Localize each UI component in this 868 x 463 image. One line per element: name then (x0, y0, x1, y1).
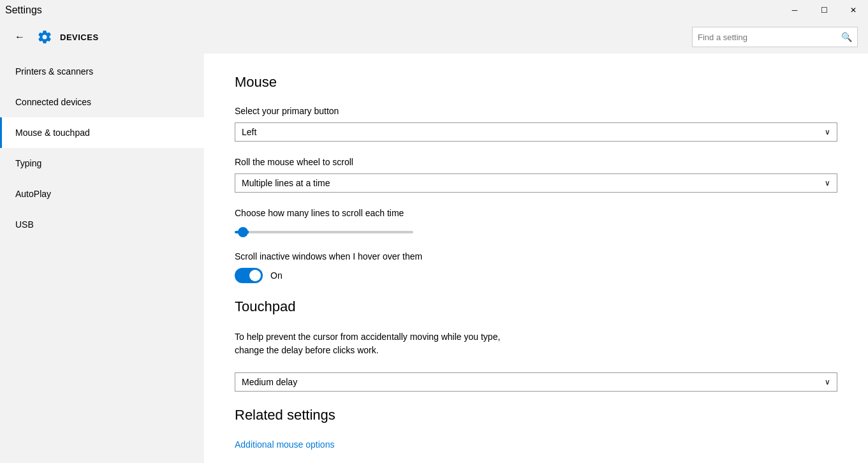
related-settings-title: Related settings (235, 407, 837, 423)
title-bar-left: Settings (5, 4, 42, 16)
scroll-wheel-value: Multiple lines at a time (242, 178, 330, 188)
primary-button-chevron-icon: ∨ (825, 128, 830, 136)
search-input[interactable] (698, 33, 841, 42)
touchpad-section-title: Touchpad (235, 298, 837, 315)
touchpad-delay-section: Medium delay ∨ (235, 372, 837, 392)
touchpad-delay-chevron-icon: ∨ (825, 378, 830, 386)
lines-to-scroll-label: Choose how many lines to scroll each tim… (235, 208, 837, 218)
sidebar-item-connected[interactable]: Connected devices (0, 87, 204, 117)
lines-to-scroll-slider[interactable] (235, 231, 413, 233)
sidebar-item-mouse[interactable]: Mouse & touchpad (0, 117, 204, 148)
scroll-wheel-dropdown[interactable]: Multiple lines at a time ∨ (235, 173, 837, 193)
app-title: DEVICES (60, 33, 99, 42)
back-button[interactable]: ← (10, 27, 29, 47)
title-bar-title: Settings (5, 4, 42, 16)
scroll-wheel-section: Roll the mouse wheel to scroll Multiple … (235, 157, 837, 193)
lines-to-scroll-section: Choose how many lines to scroll each tim… (235, 208, 837, 236)
scroll-inactive-toggle-label: On (270, 270, 283, 281)
primary-button-label: Select your primary button (235, 106, 837, 116)
close-button[interactable]: ✕ (839, 0, 868, 20)
scroll-inactive-section: Scroll inactive windows when I hover ove… (235, 251, 837, 283)
search-box[interactable]: 🔍 (692, 27, 858, 47)
sidebar-item-typing[interactable]: Typing (0, 148, 204, 179)
scroll-inactive-toggle[interactable] (235, 268, 263, 283)
back-icon: ← (15, 31, 25, 43)
minimize-button[interactable]: ─ (780, 0, 809, 20)
app-header: ← DEVICES 🔍 (0, 20, 868, 54)
touchpad-delay-dropdown[interactable]: Medium delay ∨ (235, 372, 837, 392)
primary-button-dropdown[interactable]: Left ∨ (235, 122, 837, 142)
primary-button-section: Select your primary button Left ∨ (235, 106, 837, 142)
touchpad-description: To help prevent the cursor from accident… (235, 330, 515, 357)
maximize-button[interactable]: ☐ (809, 0, 839, 20)
additional-mouse-options-link[interactable]: Additional mouse options (235, 439, 334, 450)
main-layout: Printers & scanners Connected devices Mo… (0, 54, 868, 463)
content-area: Mouse Select your primary button Left ∨ … (204, 54, 868, 463)
touchpad-description-section: To help prevent the cursor from accident… (235, 330, 837, 357)
scroll-wheel-label: Roll the mouse wheel to scroll (235, 157, 837, 167)
gear-icon (37, 29, 52, 45)
search-icon: 🔍 (841, 32, 852, 42)
scroll-inactive-toggle-row: On (235, 268, 837, 283)
title-bar: Settings ─ ☐ ✕ (0, 0, 868, 20)
title-bar-controls: ─ ☐ ✕ (780, 0, 868, 20)
primary-button-value: Left (242, 127, 256, 137)
sidebar-item-printers[interactable]: Printers & scanners (0, 56, 204, 87)
mouse-section-title: Mouse (235, 74, 837, 91)
sidebar-item-autoplay[interactable]: AutoPlay (0, 179, 204, 209)
touchpad-delay-value: Medium delay (242, 377, 297, 387)
toggle-knob (249, 270, 261, 281)
sidebar-item-usb[interactable]: USB (0, 209, 204, 240)
scroll-wheel-chevron-icon: ∨ (825, 179, 830, 187)
sidebar: Printers & scanners Connected devices Mo… (0, 54, 204, 463)
scroll-inactive-label: Scroll inactive windows when I hover ove… (235, 251, 837, 261)
